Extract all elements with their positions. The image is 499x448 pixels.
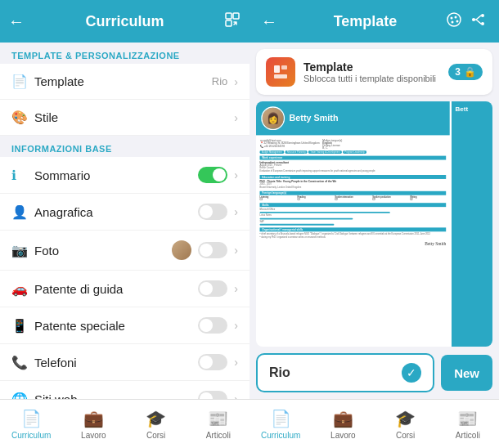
foto-chevron-icon: › xyxy=(234,244,238,257)
svg-point-4 xyxy=(451,16,453,19)
patente-speciale-label: Patente speciale xyxy=(34,319,198,333)
left-tab-curriculum[interactable]: 📄 Curriculum xyxy=(0,400,62,448)
right-panel: ← Template xyxy=(250,0,499,448)
menu-item-foto[interactable]: 📷 Foto › xyxy=(0,231,250,271)
right-tab-corsi[interactable]: 🎓 Corsi xyxy=(375,400,437,448)
menu-item-sommario[interactable]: ℹ Sommario › xyxy=(0,157,250,194)
right-title: Template xyxy=(285,13,445,30)
cv-edu-uni: Brunel University, London United Kingdom xyxy=(260,186,447,189)
palette-icon[interactable] xyxy=(445,11,463,33)
left-content: TEMPLATE & PERSONALIZZAZIONE 📄 Template … xyxy=(0,43,250,448)
cv-scale-wrap: 👩 Betty Smith ✉ smith@test.com 📍 22 Read… xyxy=(256,101,450,250)
template-selector: Rio ✓ New xyxy=(250,347,499,399)
cv-side-panel: Bett xyxy=(452,101,492,347)
sommario-toggle[interactable] xyxy=(198,167,227,183)
template-banner[interactable]: Template Sblocca tutti i template dispon… xyxy=(256,49,492,95)
cv-lang-row: Listening C2 Reading C2 Spoken interacti… xyxy=(260,196,447,200)
section-template-personalizzazione: TEMPLATE & PERSONALIZZAZIONE xyxy=(0,43,250,64)
cv-lang-listening: Listening C2 xyxy=(260,196,296,200)
anagrafica-toggle[interactable] xyxy=(198,204,227,220)
left-tab-articoli[interactable]: 📰 Articoli xyxy=(187,400,250,448)
svg-rect-12 xyxy=(281,65,287,69)
right-curriculum-tab-label: Curriculum xyxy=(261,431,300,440)
telefoni-icon: 📞 xyxy=(11,355,34,370)
menu-item-patente-speciale[interactable]: 📱 Patente speciale › xyxy=(0,307,250,344)
patente-speciale-chevron-icon: › xyxy=(234,319,238,332)
left-tab-corsi[interactable]: 🎓 Corsi xyxy=(125,400,187,448)
cv-skills-title: Skills xyxy=(260,203,447,207)
right-articoli-tab-label: Articoli xyxy=(456,431,480,440)
lavoro-tab-icon: 💼 xyxy=(83,409,104,428)
cv-skill-ms: Microsoft Office xyxy=(260,208,447,211)
cv-lang-title: Foreign language(s) xyxy=(260,191,447,195)
menu-item-stile[interactable]: 🎨 Stile › xyxy=(0,100,250,136)
articoli-tab-icon: 📰 xyxy=(208,409,228,428)
right-tab-lavoro[interactable]: 💼 Lavoro xyxy=(312,400,374,448)
telefoni-toggle[interactable] xyxy=(198,354,227,370)
menu-item-template[interactable]: 📄 Template Rio › xyxy=(0,64,250,100)
cv-skill-sap-bar xyxy=(260,224,335,226)
cv-skill-sap: SAP xyxy=(260,220,447,223)
menu-item-patente-guida[interactable]: 🚗 Patente di guida › xyxy=(0,271,250,307)
patente-guida-toggle[interactable] xyxy=(198,280,227,297)
cv-contact-left: ✉ smith@test.com 📍 22 Reading St, B28 Bi… xyxy=(260,139,320,150)
cv-skill-lotus: Lotus Notes xyxy=(260,214,447,217)
cv-edu-title: Education and training xyxy=(260,175,447,179)
left-back-button[interactable]: ← xyxy=(8,12,25,31)
banner-icon xyxy=(266,57,295,87)
badge-count: 3 xyxy=(455,66,461,78)
patente-guida-icon: 🚗 xyxy=(11,281,34,297)
left-title: Curriculum xyxy=(85,13,164,30)
svg-rect-13 xyxy=(274,74,287,78)
svg-point-5 xyxy=(455,16,457,18)
template-right: Rio › xyxy=(212,75,238,88)
cv-tag-4: Program Leadership xyxy=(343,150,366,154)
checkmark-icon: ✓ xyxy=(402,363,421,383)
patente-speciale-toggle[interactable] xyxy=(198,317,227,334)
right-corsi-tab-icon: 🎓 xyxy=(395,409,416,428)
svg-rect-8 xyxy=(481,14,484,17)
svg-point-3 xyxy=(447,13,461,26)
cv-lang-writing: Writing C2 xyxy=(410,196,446,200)
telefoni-right: › xyxy=(198,354,238,370)
document-scan-icon[interactable] xyxy=(223,11,241,33)
cv-side-content: Bett xyxy=(452,101,492,119)
right-corsi-tab-label: Corsi xyxy=(396,431,415,440)
left-tab-lavoro[interactable]: 💼 Lavoro xyxy=(62,400,124,448)
share-icon[interactable] xyxy=(470,11,488,33)
patente-guida-chevron-icon: › xyxy=(234,282,238,295)
cv-avatar: 👩 xyxy=(261,106,285,130)
cv-skill-ms-bar xyxy=(260,212,390,213)
foto-toggle[interactable] xyxy=(198,242,227,258)
menu-item-anagrafica[interactable]: 👤 Anagrafica › xyxy=(0,194,250,231)
new-template-button[interactable]: New xyxy=(441,355,492,391)
cv-avatar-image: 👩 xyxy=(263,108,284,129)
menu-item-telefoni[interactable]: 📞 Telefoni › xyxy=(0,344,250,381)
template-label: Template xyxy=(34,74,212,88)
left-header: ← Curriculum xyxy=(0,0,250,43)
anagrafica-right: › xyxy=(198,204,238,220)
svg-rect-10 xyxy=(472,18,475,21)
cv-contact-right: Mother tongue(s) English Driving License… xyxy=(322,139,342,150)
curriculum-tab-icon: 📄 xyxy=(21,409,42,428)
cv-lang-r-val: C2 xyxy=(297,199,333,201)
right-header: ← Template xyxy=(250,0,499,43)
anagrafica-label: Anagrafica xyxy=(34,205,198,219)
cv-lang-sp-val: C2 xyxy=(372,199,408,201)
section-informazioni-base: INFORMAZIONI BASE xyxy=(0,136,250,157)
svg-rect-9 xyxy=(481,22,484,25)
stile-label: Stile xyxy=(34,110,234,124)
cv-signature: Betty Smith xyxy=(260,241,447,247)
selected-template-name: Rio xyxy=(269,365,290,380)
cv-name: Betty Smith xyxy=(290,113,339,123)
cv-side-name: Bett xyxy=(456,105,489,113)
right-tab-articoli[interactable]: 📰 Articoli xyxy=(437,400,499,448)
banner-subtitle: Sblocca tutti i template disponibili xyxy=(303,74,440,83)
right-articoli-tab-icon: 📰 xyxy=(457,409,478,428)
selected-template-box[interactable]: Rio ✓ xyxy=(256,353,434,392)
sommario-right: › xyxy=(198,167,238,183)
right-tab-curriculum[interactable]: 📄 Curriculum xyxy=(250,400,312,448)
patente-guida-label: Patente di guida xyxy=(34,282,198,296)
anagrafica-icon: 👤 xyxy=(11,204,34,220)
right-back-button[interactable]: ← xyxy=(261,12,277,31)
